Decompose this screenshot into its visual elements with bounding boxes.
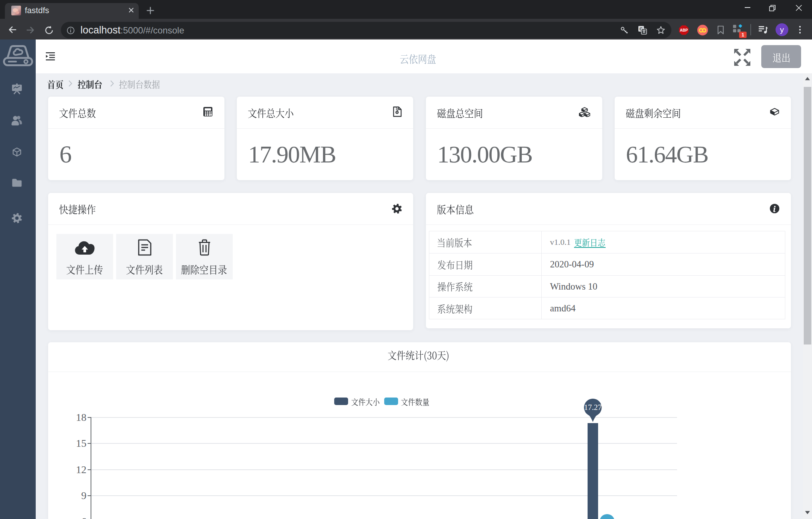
svg-text:ABP: ABP bbox=[680, 28, 688, 32]
